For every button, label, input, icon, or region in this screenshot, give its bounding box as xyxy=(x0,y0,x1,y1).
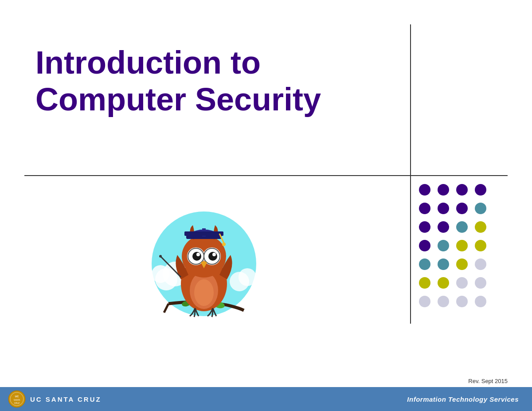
dot-grid xyxy=(419,184,490,311)
dot xyxy=(419,258,430,270)
revision-text: Rev. Sept 2015 xyxy=(468,378,508,384)
svg-point-27 xyxy=(159,255,162,258)
svg-point-19 xyxy=(196,253,200,256)
dot xyxy=(456,203,468,214)
svg-point-18 xyxy=(208,252,217,261)
dot xyxy=(456,240,468,251)
svg-point-25 xyxy=(222,243,226,246)
dot xyxy=(419,277,430,289)
title-line2: Computer Security xyxy=(35,82,321,117)
svg-rect-23 xyxy=(184,231,223,236)
dot xyxy=(438,240,449,251)
dot xyxy=(475,240,486,251)
dot xyxy=(456,258,468,270)
dot xyxy=(475,184,486,196)
svg-point-17 xyxy=(192,252,201,261)
vertical-divider xyxy=(410,24,411,324)
slide: Introduction to Computer Security xyxy=(0,0,532,411)
svg-point-3 xyxy=(152,265,169,283)
svg-point-20 xyxy=(212,253,216,256)
dot xyxy=(456,221,468,233)
bottom-bar: UC SANTA CRUZ UC Santa Cruz Information … xyxy=(0,387,532,411)
dot xyxy=(438,296,449,307)
dot xyxy=(419,221,430,233)
dot xyxy=(419,203,430,214)
dot xyxy=(419,184,430,196)
dot xyxy=(456,277,468,289)
svg-text:CRUZ: CRUZ xyxy=(14,402,20,404)
svg-text:SANTA: SANTA xyxy=(14,399,20,401)
main-title: Introduction to Computer Security xyxy=(35,44,381,118)
dot xyxy=(475,296,486,307)
dot xyxy=(419,240,430,251)
dot xyxy=(475,258,486,270)
owl-illustration xyxy=(133,184,275,330)
svg-point-11 xyxy=(194,279,214,306)
its-label: Information Technology Services xyxy=(407,395,519,403)
title-area: Introduction to Computer Security xyxy=(35,44,381,118)
ucsc-logo-area: UC SANTA CRUZ UC Santa Cruz xyxy=(0,390,102,408)
ucsc-name: UC Santa Cruz xyxy=(30,395,102,403)
title-line1: Introduction to xyxy=(35,45,261,80)
dot xyxy=(456,184,468,196)
svg-point-5 xyxy=(239,268,256,286)
dot xyxy=(475,203,486,214)
dot xyxy=(438,184,449,196)
owl-svg xyxy=(142,191,266,324)
svg-text:UC: UC xyxy=(15,395,19,398)
dot xyxy=(475,221,486,233)
dot xyxy=(438,277,449,289)
dot xyxy=(419,296,430,307)
dot xyxy=(456,296,468,307)
ucsc-seal: UC SANTA CRUZ xyxy=(8,390,26,408)
dot xyxy=(475,277,486,289)
horizontal-divider xyxy=(24,175,508,176)
dot xyxy=(438,221,449,233)
dot xyxy=(438,258,449,270)
dot xyxy=(438,203,449,214)
